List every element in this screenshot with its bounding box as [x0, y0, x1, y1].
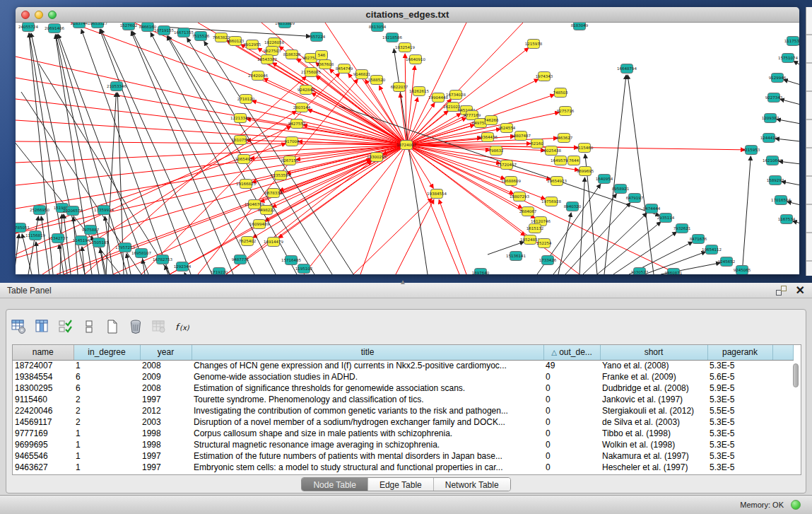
vertical-scrollbar[interactable] [793, 362, 799, 474]
table-cell[interactable]: 2008 [140, 382, 192, 394]
table-columns-icon[interactable] [34, 318, 51, 335]
table-cell[interactable]: 0 [543, 371, 600, 382]
table-cell[interactable]: Jankovic et al. (1997) [600, 394, 707, 405]
network-window-titlebar[interactable]: citations_edges.txt [16, 7, 799, 23]
table-cell[interactable]: 1997 [140, 462, 192, 473]
table-cell[interactable]: 1 [73, 462, 140, 473]
new-document-icon[interactable] [104, 318, 121, 335]
table-cell[interactable]: 1 [73, 428, 140, 439]
tab-node-table[interactable]: Node Table [302, 478, 367, 491]
row-stack-icon[interactable] [81, 318, 98, 335]
table-cell[interactable]: 9777169 [13, 428, 73, 439]
table-cell[interactable]: Investigating the contribution of common… [192, 405, 543, 416]
table-cell[interactable]: de Silva et al. (2003) [600, 416, 707, 428]
table-cell[interactable]: 6 [73, 382, 140, 394]
table-cell[interactable]: 1998 [140, 428, 192, 439]
table-cell[interactable]: 49 [543, 360, 600, 371]
table-cell[interactable]: 1998 [140, 439, 192, 450]
import-table-disabled-icon[interactable] [151, 318, 167, 335]
table-cell[interactable]: 6 [73, 371, 140, 382]
panel-splitter-handle[interactable]: ▲ [399, 278, 406, 286]
table-cell[interactable]: Corpus callosum shape and size in male p… [192, 428, 543, 439]
column-header-name[interactable]: name [13, 345, 73, 360]
table-cell[interactable]: 18724007 [13, 360, 73, 371]
table-cell[interactable]: 1 [73, 360, 140, 371]
table-cell[interactable]: 5.3E-5 [707, 462, 772, 473]
table-cell[interactable]: 19384554 [13, 371, 73, 382]
table-cell[interactable]: 0 [543, 382, 600, 394]
table-cell[interactable]: Changes of HCN gene expression and I(f) … [192, 360, 543, 371]
table-cell[interactable]: 5.5E-5 [707, 405, 772, 416]
column-header-year[interactable]: year [140, 345, 192, 360]
table-cell[interactable]: 0 [543, 462, 600, 473]
table-cell[interactable]: 9465546 [13, 450, 73, 462]
table-cell[interactable]: 9115460 [13, 394, 73, 405]
table-row[interactable]: 1872400712008Changes of HCN gene express… [13, 360, 793, 371]
column-header-out_de...[interactable]: △ out_de... [543, 345, 600, 360]
table-cell[interactable]: 5.3E-5 [707, 439, 772, 450]
table-cell[interactable]: 5.9E-5 [707, 382, 772, 394]
table-cell[interactable]: 0 [543, 439, 600, 450]
network-canvas[interactable]: 2405572420691406218374410653527152760284… [16, 23, 799, 274]
table-cell[interactable]: Hescheler et al. (1997) [600, 462, 707, 473]
function-fx-icon[interactable]: f(x) [174, 318, 191, 335]
table-cell[interactable]: 1997 [140, 394, 192, 405]
table-cell[interactable]: 2 [73, 394, 140, 405]
table-cell[interactable]: 2 [73, 405, 140, 416]
float-panel-icon[interactable] [776, 286, 787, 296]
table-row[interactable]: 1456911722003Disruption of a novel membe… [13, 416, 793, 428]
table-cell[interactable]: Franke et al. (2009) [600, 371, 707, 382]
column-header-filler[interactable] [772, 345, 793, 360]
table-cell[interactable]: 14569117 [13, 416, 73, 428]
table-cell[interactable]: 5.3E-5 [707, 450, 772, 462]
table-cell[interactable]: 1 [73, 450, 140, 462]
table-cell[interactable]: 5.6E-5 [707, 371, 772, 382]
table-cell[interactable]: Nakamura et al. (1997) [600, 450, 707, 462]
table-cell[interactable]: Tibbo et al. (1998) [600, 428, 707, 439]
table-row[interactable]: 2242004622012Investigating the contribut… [13, 405, 793, 416]
table-row[interactable]: 946362711997Embryonic stem cells: a mode… [13, 462, 793, 473]
table-cell[interactable]: 9699695 [13, 439, 73, 450]
table-row[interactable]: 911546021997Tourette syndrome. Phenomeno… [13, 394, 793, 405]
table-cell[interactable]: 0 [543, 450, 600, 462]
table-cell[interactable]: 5.3E-5 [707, 428, 772, 439]
table-row[interactable]: 969969511998Structural magnetic resonanc… [13, 439, 793, 450]
table-cell[interactable]: Estimation of the future numbers of pati… [192, 450, 543, 462]
table-cell[interactable]: Tourette syndrome. Phenomenology and cla… [192, 394, 543, 405]
tab-edge-table[interactable]: Edge Table [367, 478, 433, 491]
table-row[interactable]: 1830029562008Estimation of significance … [13, 382, 793, 394]
table-cell[interactable]: Yano et al. (2008) [600, 360, 707, 371]
table-cell[interactable]: Wolkin et al. (1998) [600, 439, 707, 450]
delete-trash-icon[interactable] [127, 318, 144, 335]
table-cell[interactable]: 22420046 [13, 405, 73, 416]
table-cell[interactable]: Dudbridge et al. (2008) [600, 382, 707, 394]
table-cell[interactable]: 1997 [140, 450, 192, 462]
table-row[interactable]: 946554611997Estimation of the future num… [13, 450, 793, 462]
table-cell[interactable]: Genome-wide association studies in ADHD. [192, 371, 543, 382]
table-cell[interactable]: 2003 [140, 416, 192, 428]
table-cell[interactable]: 0 [543, 416, 600, 428]
table-cell[interactable]: Stergiakouli et al. (2012) [600, 405, 707, 416]
table-cell[interactable]: 0 [543, 394, 600, 405]
table-cell[interactable]: Estimation of significance thresholds fo… [192, 382, 543, 394]
table-cell[interactable]: 5.3E-5 [707, 416, 772, 428]
table-cell[interactable]: 5.3E-5 [707, 360, 772, 371]
table-cell[interactable]: Disruption of a novel member of a sodium… [192, 416, 543, 428]
table-cell[interactable]: 5.3E-5 [707, 394, 772, 405]
table-row[interactable]: 1938455462009Genome-wide association stu… [13, 371, 793, 382]
table-cell[interactable]: 2009 [140, 371, 192, 382]
column-header-title[interactable]: title [192, 345, 543, 360]
row-checklist-icon[interactable] [57, 318, 74, 335]
table-settings-icon[interactable] [11, 318, 28, 335]
column-header-pagerank[interactable]: pagerank [707, 345, 772, 360]
table-cell[interactable]: 9463627 [13, 462, 73, 473]
table-cell[interactable]: 2012 [140, 405, 192, 416]
table-cell[interactable]: Embryonic stem cells: a model to study s… [192, 462, 543, 473]
table-cell[interactable]: 0 [543, 405, 600, 416]
table-row[interactable]: 977716911998Corpus callosum shape and si… [13, 428, 793, 439]
table-cell[interactable]: 2008 [140, 360, 192, 371]
table-cell[interactable]: Structural magnetic resonance image aver… [192, 439, 543, 450]
column-header-short[interactable]: short [600, 345, 707, 360]
network-window[interactable]: citations_edges.txt 24055724206914062183… [16, 7, 799, 274]
table-cell[interactable]: 18300295 [13, 382, 73, 394]
